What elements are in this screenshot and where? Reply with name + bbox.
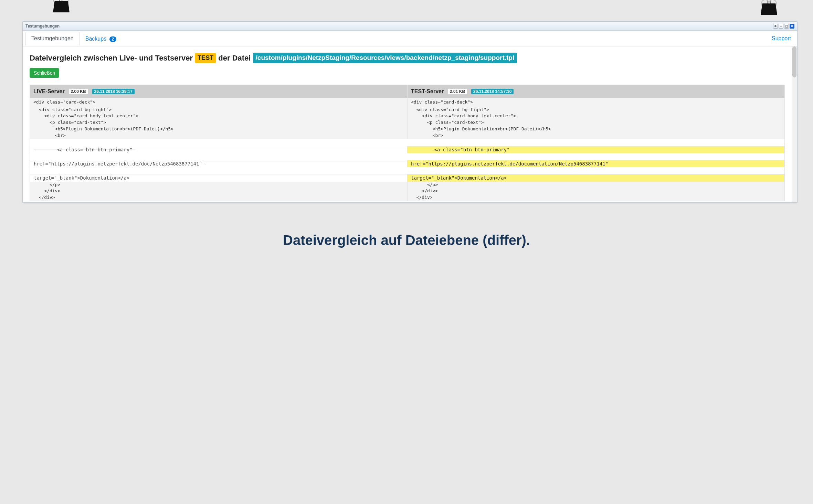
diff-row-changed: <a class="btn btn-primary" <a class="btn… [30, 146, 784, 153]
test-server-timestamp: 26.11.2018 14:57:10 [471, 89, 514, 94]
diff-cell-right: </p> [407, 182, 784, 188]
diff-cell-right: <div class="card bg-light"> [407, 107, 784, 113]
diff-cell-left: target="_blank">Dokumentation</a> [30, 174, 407, 181]
diff-row: </div> </div> [30, 194, 784, 201]
diff-cell-left: <div class="card bg-light"> [30, 107, 407, 113]
diff-cell-left: </div> [30, 188, 407, 194]
tab-testumgebungen[interactable]: Testumgebungen [25, 32, 80, 46]
page-heading: Dateivergleich zwischen Live- und Testse… [30, 53, 785, 63]
test-server-size: 2.01 KB [448, 89, 467, 94]
diff-cell-left: <div class="card-deck"> [30, 98, 407, 107]
content-area: Dateivergleich zwischen Live- und Testse… [23, 46, 792, 202]
live-server-timestamp: 26.11.2018 16:39:17 [92, 89, 135, 94]
diff-body: <div class="card-deck"><div class="card-… [30, 98, 784, 201]
diff-header-left: LIVE-Server 2.00 KB 26.11.2018 16:39:17 [30, 85, 407, 98]
diff-cell-right: <br> [407, 132, 784, 139]
close-button[interactable]: Schließen [30, 68, 59, 78]
tab-backups[interactable]: Backups 2 [80, 32, 123, 46]
diff-cell-left: href="https://plugins.netzperfekt.de/doc… [30, 160, 407, 167]
window-minimize-button[interactable]: – [779, 24, 783, 29]
diff-cell-right: href="https://plugins.netzperfekt.de/doc… [407, 160, 784, 167]
tab-bar: Testumgebungen Backups 2 Support [23, 31, 797, 46]
live-server-label: LIVE-Server [33, 88, 65, 94]
heading-middle: der Datei [218, 54, 251, 62]
diff-row-changed: href="https://plugins.netzperfekt.de/doc… [30, 160, 784, 167]
diff-cell-right: <a class="btn btn-primary" [407, 146, 784, 153]
diff-cell-left: <a class="btn btn-primary" [30, 146, 407, 153]
diff-row: <div class="card-deck"><div class="card-… [30, 98, 784, 107]
diff-cell-left: <br> [30, 132, 407, 139]
diff-cell-right: target="_blank">Dokumentation</a> [407, 174, 784, 181]
vertical-scrollbar[interactable] [792, 46, 797, 202]
binder-clip-decoration [759, 0, 779, 23]
binder-clip-decoration [52, 0, 71, 20]
support-link[interactable]: Support [772, 35, 794, 42]
window-move-button[interactable]: ✥ [773, 24, 778, 29]
diff-cell-right: <div class="card-body text-center"> [407, 113, 784, 119]
diff-row: <br> <br> [30, 132, 784, 139]
test-server-label: TEST-Server [411, 88, 444, 94]
diff-cell-right: </div> [407, 194, 784, 201]
window-close-button[interactable]: ✕ [790, 24, 794, 29]
live-server-size: 2.00 KB [69, 89, 88, 94]
tab-label: Testumgebungen [31, 35, 74, 41]
diff-cell-left: <div class="card-body text-center"> [30, 113, 407, 119]
diff-cell-right: <p class="card-text"> [407, 119, 784, 126]
diff-cell-left: <h5>Plugin Dokumentation<br>(PDF-Datei)<… [30, 126, 407, 132]
scrollbar-thumb[interactable] [792, 46, 796, 77]
diff-header-right: TEST-Server 2.01 KB 26.11.2018 14:57:10 [407, 85, 784, 98]
diff-cell-right: </div> [407, 188, 784, 194]
window-titlebar: Testumgebungen ✥ – ▢ ✕ [23, 22, 797, 31]
diff-row-changed: target="_blank">Dokumentation</a>target=… [30, 174, 784, 181]
env-badge: TEST [195, 53, 216, 63]
heading-prefix: Dateivergleich zwischen Live- und Testse… [30, 54, 193, 62]
window-maximize-button[interactable]: ▢ [784, 24, 789, 29]
diff-cell-left: <p class="card-text"> [30, 119, 407, 126]
diff-cell-right: <h5>Plugin Dokumentation<br>(PDF-Datei)<… [407, 126, 784, 132]
diff-cell-right: <div class="card-deck"> [407, 98, 784, 107]
diff-row: <div class="card bg-light"> <div class="… [30, 107, 784, 113]
backups-count-badge: 2 [109, 36, 117, 42]
tab-label: Backups [85, 36, 106, 42]
file-path-badge: /custom/plugins/NetzpStaging/Resources/v… [253, 53, 517, 63]
window-title: Testumgebungen [25, 24, 60, 29]
diff-cell-left: </div> [30, 194, 407, 201]
window: Testumgebungen ✥ – ▢ ✕ Testumgebungen Ba… [22, 21, 798, 203]
diff-row: <h5>Plugin Dokumentation<br>(PDF-Datei)<… [30, 126, 784, 132]
diff-row: </div> </div> [30, 188, 784, 194]
diff-table: LIVE-Server 2.00 KB 26.11.2018 16:39:17 … [30, 85, 785, 201]
diff-row: </p> </p> [30, 182, 784, 188]
diff-cell-left: </p> [30, 182, 407, 188]
diff-header-row: LIVE-Server 2.00 KB 26.11.2018 16:39:17 … [30, 85, 784, 98]
diff-row: <div class="card-body text-center"> <div… [30, 113, 784, 119]
slide-caption: Dateivergleich auf Dateiebene (differ). [0, 233, 813, 248]
diff-row: <p class="card-text"> <p class="card-tex… [30, 119, 784, 126]
